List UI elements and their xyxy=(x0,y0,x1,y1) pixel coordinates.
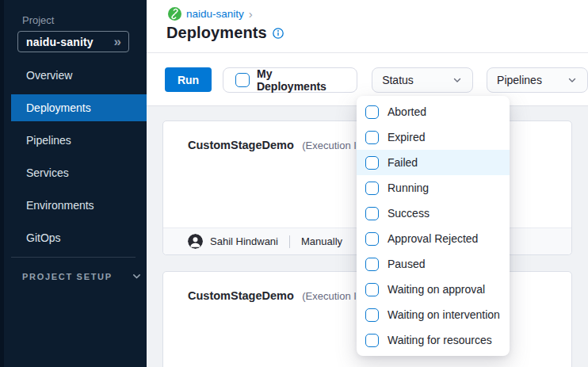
status-option-aborted[interactable]: Aborted xyxy=(357,99,510,124)
execution-id-note: (Execution Id xyxy=(302,290,362,302)
status-dropdown-label: Status xyxy=(382,74,414,86)
app-window: Project naidu-sanity » Overview Deployme… xyxy=(0,0,588,367)
footer-separator xyxy=(289,235,290,248)
pipelines-dropdown-label: Pipelines xyxy=(497,74,542,86)
sidebar-item-gitops[interactable]: GitOps xyxy=(11,224,147,251)
status-option-expired[interactable]: Expired xyxy=(357,124,510,150)
status-option-checkbox[interactable] xyxy=(365,105,379,119)
status-option-checkbox[interactable] xyxy=(365,308,379,322)
status-option-failed[interactable]: Failed xyxy=(357,150,510,175)
execution-id-note: (Execution Id xyxy=(302,140,362,151)
status-option-waiting-on-approval[interactable]: Waiting on approval xyxy=(357,277,510,302)
breadcrumb-project-link[interactable]: naidu-sanity xyxy=(186,8,244,20)
breadcrumb-chevron-icon: › xyxy=(249,8,253,20)
nav-rail-edge xyxy=(0,0,4,367)
chevron-down-icon xyxy=(132,271,142,281)
status-option-checkbox[interactable] xyxy=(365,207,379,220)
status-option-paused[interactable]: Paused xyxy=(357,251,510,277)
sidebar-item-deployments[interactable]: Deployments xyxy=(11,94,147,121)
project-sidebar: Project naidu-sanity » Overview Deployme… xyxy=(0,0,147,367)
my-deployments-checkbox[interactable] xyxy=(235,73,250,87)
triggered-by-user: Sahil Hindwani xyxy=(210,235,278,247)
sidebar-item-overview[interactable]: Overview xyxy=(11,62,147,89)
pipeline-name[interactable]: CustomStageDemo xyxy=(188,289,294,302)
project-selector[interactable]: naidu-sanity » xyxy=(17,31,129,52)
pipeline-name[interactable]: CustomStageDemo xyxy=(188,139,294,151)
status-option-waiting-for-resources[interactable]: Waiting for resources xyxy=(357,327,510,353)
cd-module-icon xyxy=(168,7,181,21)
status-option-checkbox[interactable] xyxy=(365,283,379,296)
title-row: Deployments xyxy=(166,24,284,42)
status-option-checkbox[interactable] xyxy=(365,182,379,195)
run-button[interactable]: Run xyxy=(165,67,212,92)
status-option-approval-rejected[interactable]: Approval Rejected xyxy=(357,226,510,251)
status-option-running[interactable]: Running xyxy=(357,175,510,201)
status-option-checkbox[interactable] xyxy=(365,232,379,246)
status-option-checkbox[interactable] xyxy=(365,131,379,144)
my-deployments-filter[interactable]: My Deployments xyxy=(223,67,357,93)
double-chevron-icon[interactable]: » xyxy=(114,35,121,48)
project-label: Project xyxy=(22,14,147,26)
chevron-down-icon xyxy=(567,75,578,86)
status-option-waiting-on-intervention[interactable]: Waiting on intervention xyxy=(357,302,510,327)
sidebar-item-pipelines[interactable]: Pipelines xyxy=(11,127,147,154)
status-filter-menu: Aborted Expired Failed Running Success A… xyxy=(357,96,510,356)
project-selector-value: naidu-sanity xyxy=(26,36,94,48)
status-option-checkbox[interactable] xyxy=(365,258,379,271)
status-dropdown[interactable]: Status xyxy=(372,67,473,93)
status-option-checkbox[interactable] xyxy=(365,156,379,170)
project-setup-toggle[interactable]: PROJECT SETUP xyxy=(22,271,147,281)
pipelines-dropdown[interactable]: Pipelines xyxy=(487,67,588,93)
page-title: Deployments xyxy=(166,24,267,42)
status-option-success[interactable]: Success xyxy=(357,201,510,226)
user-avatar xyxy=(188,234,203,249)
sidebar-nav: Overview Deployments Pipelines Services … xyxy=(0,62,147,251)
my-deployments-label: My Deployments xyxy=(257,67,345,93)
sidebar-divider xyxy=(11,257,136,258)
status-option-checkbox[interactable] xyxy=(365,334,379,347)
breadcrumb: naidu-sanity › xyxy=(168,7,253,21)
sidebar-item-environments[interactable]: Environments xyxy=(11,192,147,219)
chevron-down-icon xyxy=(452,75,463,86)
info-icon[interactable] xyxy=(273,28,284,39)
sidebar-item-services[interactable]: Services xyxy=(11,159,147,186)
page-header: naidu-sanity › Deployments xyxy=(147,0,588,53)
project-setup-label: PROJECT SETUP xyxy=(22,272,113,281)
trigger-type: Manually xyxy=(301,235,342,247)
